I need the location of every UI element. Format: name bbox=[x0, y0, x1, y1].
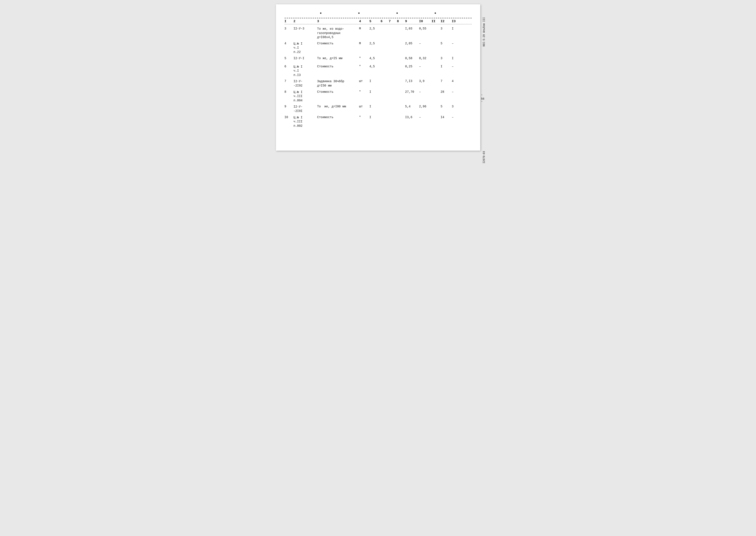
row10-desc: Стоимость bbox=[317, 116, 359, 119]
dashed-line-top bbox=[285, 18, 472, 18]
row4-num: 4 bbox=[285, 42, 294, 45]
row4-code: Ц.№ Iч.Iп.22 bbox=[294, 42, 317, 54]
header-col4: 4 bbox=[359, 19, 369, 23]
header-col5: 5 bbox=[369, 19, 381, 23]
header-col6: 6 bbox=[381, 19, 389, 23]
row3-desc: То же, из водо-газопроводныхд=I08х4,5 bbox=[317, 27, 359, 40]
dots-row-top: • • • • bbox=[285, 11, 472, 16]
right-label-top: 90I-5-29 Альбом III bbox=[483, 17, 486, 47]
row10-qty: I bbox=[369, 116, 381, 119]
row5-desc: То же, д=I5 мм bbox=[317, 56, 359, 60]
header-col11: II bbox=[432, 19, 441, 23]
row5-c13: I bbox=[452, 56, 461, 60]
row7-num: 7 bbox=[285, 80, 294, 83]
row8-c12: 28 bbox=[441, 90, 452, 94]
row7-qty: I bbox=[369, 80, 381, 83]
row9-c12: 5 bbox=[441, 105, 452, 108]
table-row: 7 I2-У--2I92 Задвижка 30ч6брд=I50 мм шт … bbox=[285, 78, 472, 89]
row3-qty: 2,5 bbox=[369, 27, 381, 30]
row5-code: I2-У-I bbox=[294, 56, 317, 60]
row9-num: 9 bbox=[285, 105, 294, 108]
row10-code: Ц.№ Iч.IIIп.802 bbox=[294, 116, 317, 128]
row3-c9: I,03 bbox=[405, 27, 419, 30]
table-row: 6 Ц.№ Iч.Iп.I3 Стоимость " 4,5 0,25 – I … bbox=[285, 63, 472, 78]
header-col9: 9 bbox=[405, 19, 419, 23]
header-col2: 2 bbox=[294, 19, 317, 23]
row3-c13: I bbox=[452, 27, 461, 30]
row10-c12: I4 bbox=[441, 116, 452, 119]
row8-desc: Стоимость bbox=[317, 90, 359, 94]
row9-c9: 5,4 bbox=[405, 105, 419, 108]
row3-code: I2-У-3 bbox=[294, 27, 317, 30]
row3-c10: 0,55 bbox=[419, 27, 432, 30]
row4-qty: 2,5 bbox=[369, 42, 381, 45]
row10-c9: I3,6 bbox=[405, 116, 419, 119]
row4-desc: Стоимость bbox=[317, 42, 359, 45]
row6-num: 6 bbox=[285, 65, 294, 68]
row4-unit: М bbox=[359, 42, 369, 45]
header-col7: 7 bbox=[389, 19, 397, 23]
row3-unit: М bbox=[359, 27, 369, 30]
row8-unit: " bbox=[359, 90, 369, 94]
row8-c9: 27,70 bbox=[405, 90, 419, 94]
dot2: • bbox=[358, 11, 360, 16]
right-label-middle: ' 56 ' bbox=[481, 94, 487, 104]
table-area: 3 I2-У-3 То же, из водо-газопроводныхд=I… bbox=[285, 26, 472, 129]
row4-c13: – bbox=[452, 42, 461, 45]
row3-num: 3 bbox=[285, 27, 294, 30]
row7-desc: Задвижка 30ч6брд=I50 мм bbox=[317, 80, 359, 88]
row5-unit: " bbox=[359, 56, 369, 60]
header-col8: 8 bbox=[397, 19, 405, 23]
row5-qty: 4,5 bbox=[369, 56, 381, 60]
row5-c12: 3 bbox=[441, 56, 452, 60]
row9-c13: 3 bbox=[452, 105, 461, 108]
row9-unit: шт bbox=[359, 105, 369, 108]
table-row: I0 Ц.№ Iч.IIIп.802 Стоимость " I I3,6 – … bbox=[285, 114, 472, 129]
row9-desc: То же, д=I00 мм bbox=[317, 105, 359, 108]
header-col10: I0 bbox=[419, 19, 432, 23]
row6-c13: – bbox=[452, 65, 461, 68]
row9-code: I2-У--2I9I bbox=[294, 105, 317, 113]
column-headers: I 2 3 4 5 6 7 8 9 I0 II I2 I3 bbox=[285, 19, 472, 24]
row10-c13: – bbox=[452, 116, 461, 119]
page-wrapper: • • • • I 2 3 4 5 6 7 8 9 I0 II I2 I3 bbox=[276, 4, 480, 151]
row7-c9: 7,I3 bbox=[405, 80, 419, 83]
row8-c10: – bbox=[419, 90, 432, 94]
row5-c10: 0,32 bbox=[419, 56, 432, 60]
row5-c9: 0,58 bbox=[405, 56, 419, 60]
row4-c9: 2,05 bbox=[405, 42, 419, 45]
row7-code: I2-У--2I92 bbox=[294, 80, 317, 88]
row10-c10: – bbox=[419, 116, 432, 119]
header-col1: I bbox=[285, 19, 294, 23]
dot3: • bbox=[396, 11, 398, 16]
row8-code: Ц.№ Iч.IIIп.804 bbox=[294, 90, 317, 103]
table-row: 9 I2-У--2I9I То же, д=I00 мм шт I 5,4 2,… bbox=[285, 104, 472, 114]
table-row: 8 Ц.№ Iч.IIIп.804 Стоимость " I 27,70 – … bbox=[285, 89, 472, 104]
table-row: 3 I2-У-3 То же, из водо-газопроводныхд=I… bbox=[285, 26, 472, 41]
header-col3: 3 bbox=[317, 19, 359, 23]
row6-unit: " bbox=[359, 65, 369, 68]
row3-c12: 3 bbox=[441, 27, 452, 30]
right-sidebar: 90I-5-29 Альбом III ' 56 ' I2070-03 bbox=[481, 17, 487, 163]
row6-desc: Стоимость bbox=[317, 65, 359, 68]
row7-unit: шт bbox=[359, 80, 369, 83]
row8-c13: – bbox=[452, 90, 461, 94]
dot1: • bbox=[319, 11, 322, 16]
header-col12: I2 bbox=[441, 19, 452, 23]
row8-qty: I bbox=[369, 90, 381, 94]
row9-c10: 2,96 bbox=[419, 105, 432, 108]
row9-qty: I bbox=[369, 105, 381, 108]
row6-code: Ц.№ Iч.Iп.I3 bbox=[294, 65, 317, 78]
table-row: 4 Ц.№ Iч.Iп.22 Стоимость М 2,5 2,05 – 5 … bbox=[285, 41, 472, 55]
row7-c13: 4 bbox=[452, 80, 461, 83]
right-label-bottom: I2070-03 bbox=[483, 151, 486, 163]
row4-c10: – bbox=[419, 42, 432, 45]
header-col13: I3 bbox=[452, 19, 461, 23]
row6-c10: – bbox=[419, 65, 432, 68]
row7-c12: 7 bbox=[441, 80, 452, 83]
row4-c12: 5 bbox=[441, 42, 452, 45]
row7-c10: 3,9 bbox=[419, 80, 432, 83]
document-page: • • • • I 2 3 4 5 6 7 8 9 I0 II I2 I3 bbox=[276, 4, 480, 151]
row10-num: I0 bbox=[285, 116, 294, 119]
row5-num: 5 bbox=[285, 56, 294, 60]
